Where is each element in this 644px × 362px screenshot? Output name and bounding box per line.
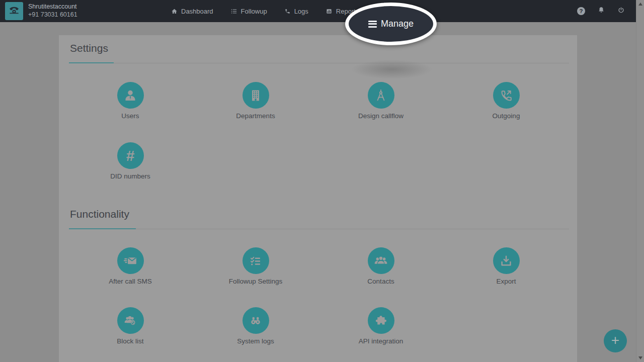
outgoing-call-icon <box>493 82 520 109</box>
account-info: Shrutitestaccount +91 73031 60161 <box>28 3 77 19</box>
nav-item-logs[interactable]: Logs <box>284 8 308 15</box>
section-divider <box>69 63 569 63</box>
puzzle-icon <box>368 307 394 334</box>
nav-label: Dashboard <box>181 8 213 15</box>
section-title-settings: Settings <box>70 42 108 54</box>
nav-item-dashboard[interactable]: Dashboard <box>171 8 213 15</box>
tile-label: Block list <box>90 337 171 345</box>
navbar-right-icons: ? <box>577 0 625 22</box>
nav-item-manage[interactable]: Manage <box>368 19 414 29</box>
nav-item-followup[interactable]: Followup <box>230 8 267 15</box>
tile-label: Design callflow <box>341 112 421 120</box>
plus-icon: + <box>611 333 619 347</box>
tile-api-integration[interactable]: API integration <box>341 307 421 345</box>
spotlight-shadow <box>350 59 434 79</box>
bell-icon <box>597 6 605 16</box>
tile-label: DID numbers <box>90 172 171 180</box>
manage-panel: Settings Users <box>59 35 577 362</box>
scroll-down-arrow-icon[interactable] <box>638 356 642 359</box>
compass-icon <box>368 82 394 109</box>
section-divider <box>69 229 569 229</box>
users-icon <box>117 82 144 109</box>
tile-after-call-sms[interactable]: After call SMS <box>90 247 171 285</box>
tile-label: Followup Settings <box>215 278 296 285</box>
tile-label: Users <box>90 112 171 120</box>
checklist-icon <box>230 8 237 15</box>
rotary-phone-icon <box>8 4 20 18</box>
tile-followup-settings[interactable]: Followup Settings <box>215 247 296 285</box>
section-title-functionality: Functionality <box>70 208 129 220</box>
tile-outgoing[interactable]: Outgoing <box>466 82 546 120</box>
tile-contacts[interactable]: Contacts <box>341 247 421 285</box>
tile-label: API integration <box>341 337 421 345</box>
home-icon <box>171 8 178 15</box>
account-name: Shrutitestaccount <box>28 3 77 11</box>
bar-chart-icon <box>326 8 333 15</box>
tile-system-logs[interactable]: System logs <box>215 307 296 345</box>
notifications-button[interactable] <box>597 6 605 16</box>
binoculars-icon <box>243 307 269 334</box>
tile-users[interactable]: Users <box>90 82 171 120</box>
tile-label: Export <box>466 278 546 285</box>
tile-label: After call SMS <box>90 278 171 285</box>
hamburger-menu-icon <box>368 21 377 28</box>
nav-label: Followup <box>241 8 267 15</box>
brand-area: Shrutitestaccount +91 73031 60161 <box>5 2 77 20</box>
app-logo[interactable] <box>5 2 23 20</box>
tile-did-numbers[interactable]: # DID numbers <box>90 142 171 180</box>
sms-send-icon <box>117 247 144 274</box>
hash-icon: # <box>117 142 144 169</box>
phone-icon <box>284 8 291 15</box>
tile-export[interactable]: Export <box>466 247 546 285</box>
help-icon: ? <box>577 7 585 15</box>
power-icon <box>617 7 625 16</box>
help-button[interactable]: ? <box>577 7 585 15</box>
top-navbar: Shrutitestaccount +91 73031 60161 Dashbo… <box>0 0 636 22</box>
people-group-icon <box>368 247 394 274</box>
logout-button[interactable] <box>617 7 625 16</box>
tile-label: Outgoing <box>466 112 546 120</box>
nav-label: Logs <box>294 8 308 15</box>
building-icon <box>243 82 269 109</box>
people-blocked-icon <box>117 307 144 334</box>
add-button[interactable]: + <box>604 329 627 352</box>
checklist-icon <box>243 247 269 274</box>
download-tray-icon <box>493 247 520 274</box>
tile-design-callflow[interactable]: Design callflow <box>341 82 421 120</box>
scroll-up-arrow-icon[interactable] <box>638 3 642 6</box>
vertical-scrollbar[interactable] <box>636 0 644 362</box>
tile-label: Contacts <box>341 278 421 285</box>
main-nav: Dashboard Followup Logs <box>171 0 359 22</box>
nav-label: Manage <box>381 19 414 29</box>
tile-label: System logs <box>215 337 296 345</box>
app-root: Shrutitestaccount +91 73031 60161 Dashbo… <box>0 0 644 362</box>
tile-departments[interactable]: Departments <box>215 82 296 120</box>
account-phone: +91 73031 60161 <box>28 11 77 19</box>
tile-label: Departments <box>215 112 296 120</box>
tile-block-list[interactable]: Block list <box>90 307 171 345</box>
tour-highlight-ellipse: Manage <box>345 3 437 45</box>
